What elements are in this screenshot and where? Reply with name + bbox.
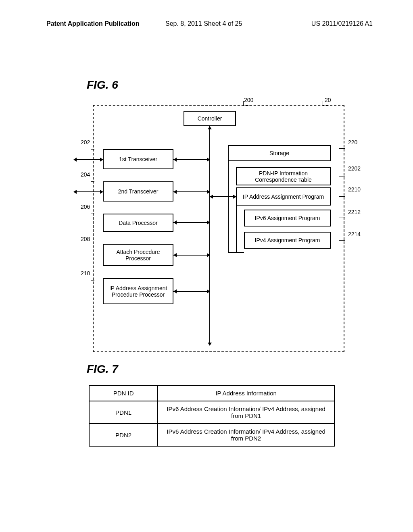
ref-202: 202 xyxy=(81,139,90,145)
cell-pdn2-info: IPv6 Address Creation Information/ IPv4 … xyxy=(158,424,334,446)
controller-block: Controller xyxy=(184,111,236,126)
header-pdn-id: PDN ID xyxy=(89,385,158,401)
ip-program-label: IP Address Assignment Program xyxy=(243,193,324,200)
ref-204: 204 xyxy=(81,171,90,178)
figure-6-diagram: 200 20 Controller 1st Transceiver 2nd Tr… xyxy=(93,97,343,351)
ref-206: 206 xyxy=(81,204,90,210)
ipv6-program-block: IPv6 Assignment Program xyxy=(244,210,331,227)
ref-2212: 2212 xyxy=(348,209,361,215)
ref-220: 220 xyxy=(348,139,357,145)
transceiver2-block: 2nd Transceiver xyxy=(103,181,173,202)
header-center: Sep. 8, 2011 Sheet 4 of 25 xyxy=(165,20,242,27)
figure-7-title: FIG. 7 xyxy=(87,363,118,376)
pdn-ip-table: PDN ID IP Address Information PDN1 IPv6 … xyxy=(89,385,335,447)
data-processor-label: Data Processor xyxy=(119,220,157,226)
table-row: PDN1 IPv6 Address Creation Information/ … xyxy=(89,401,334,424)
transceiver1-label: 1st Transceiver xyxy=(119,156,157,162)
ipv4-program-block: IPv4 Assignment Program xyxy=(244,232,331,249)
table-row: PDN2 IPv6 Address Creation Information/ … xyxy=(89,424,334,446)
header-right: US 2011/0219126 A1 xyxy=(311,20,373,27)
header-left: Patent Application Publication xyxy=(46,20,140,27)
ipv6-program-label: IPv6 Assignment Program xyxy=(255,215,320,221)
header-ip-info: IP Address Information xyxy=(158,385,334,401)
storage-block: Storage xyxy=(228,145,331,161)
ref-2202: 2202 xyxy=(348,165,361,172)
ref-2214: 2214 xyxy=(348,231,361,237)
pdn-table-block: PDN-IP Information Correspondence Table xyxy=(236,167,331,185)
transceiver1-block: 1st Transceiver xyxy=(103,149,173,169)
transceiver2-label: 2nd Transceiver xyxy=(118,188,159,195)
attach-label: Attach Procedure Processor xyxy=(106,249,171,262)
cell-pdn1-info: IPv6 Address Creation Information/ IPv4 … xyxy=(158,401,334,424)
ref-2210: 2210 xyxy=(348,186,361,193)
attach-block: Attach Procedure Processor xyxy=(103,244,173,266)
ip-program-block: IP Address Assignment Program xyxy=(236,187,331,206)
pdn-table-label: PDN-IP Information Correspondence Table xyxy=(239,170,328,183)
cell-pdn2: PDN2 xyxy=(89,424,158,446)
storage-label: Storage xyxy=(269,150,289,156)
cell-pdn1: PDN1 xyxy=(89,401,158,424)
ref-210: 210 xyxy=(81,270,90,276)
ip-assign-proc-label: IP Address Assignment Procedure Processo… xyxy=(106,285,171,298)
figure-7-table: PDN ID IP Address Information PDN1 IPv6 … xyxy=(89,385,335,447)
ip-assign-proc-block: IP Address Assignment Procedure Processo… xyxy=(103,278,173,304)
controller-label: Controller xyxy=(198,115,222,122)
ipv4-program-label: IPv4 Assignment Program xyxy=(255,237,320,243)
data-processor-block: Data Processor xyxy=(103,214,173,232)
ref-208: 208 xyxy=(81,236,90,242)
table-header-row: PDN ID IP Address Information xyxy=(89,385,334,401)
figure-6-title: FIG. 6 xyxy=(87,79,118,91)
